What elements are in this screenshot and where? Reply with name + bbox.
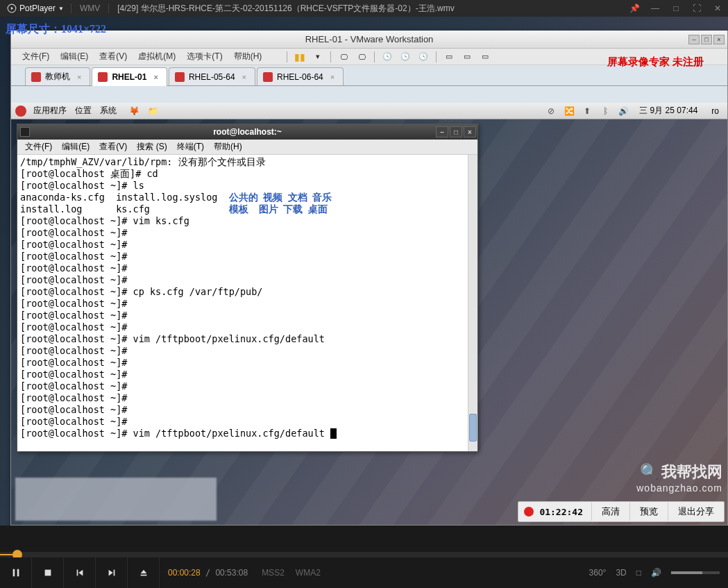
vm-snap-revert-icon[interactable]: 🕓 (398, 51, 412, 63)
terminal-body[interactable]: /tmp/tmphW_AZV/var/lib/rpm: 没有那个文件或目录 [r… (17, 155, 477, 451)
menu-vm[interactable]: 虚拟机(M) (133, 51, 181, 62)
term-menu-view[interactable]: 查看(V) (94, 141, 132, 153)
gnome-places[interactable]: 位置 (71, 105, 96, 117)
term-maximize-icon[interactable]: □ (450, 126, 462, 137)
redhat-icon (31, 72, 41, 82)
record-preview-button[interactable]: 预览 (629, 503, 668, 521)
menu-edit[interactable]: 编辑(E) (55, 51, 94, 62)
vm-view2-icon[interactable]: ▭ (460, 51, 474, 63)
volume-slider[interactable] (671, 571, 720, 574)
term-close-icon[interactable]: × (464, 126, 476, 137)
tab-close-icon[interactable]: × (77, 73, 81, 81)
terminal-icon (20, 127, 30, 137)
vm-tab-rhel05[interactable]: RHEL-05-64× (169, 67, 255, 85)
aspect-button[interactable]: □ (636, 568, 641, 578)
menu-help[interactable]: 帮助(H) (228, 51, 268, 62)
gnome-apps[interactable]: 应用程序 (29, 105, 71, 117)
codec-video: MSS2 (256, 568, 290, 578)
firefox-icon[interactable]: 🦊 (125, 106, 144, 116)
close-icon[interactable]: ✕ (707, 0, 728, 17)
terminal-scrollbar[interactable] (468, 155, 477, 451)
video-title: [4/29] 华尔思-HRS-RHCE-第二天-02-20151126（RHCE… (109, 3, 624, 15)
svg-rect-5 (113, 570, 115, 576)
vm-snap-take-icon[interactable]: 🕓 (380, 51, 394, 63)
vm-maximize-icon[interactable]: □ (701, 35, 712, 44)
term-menu-help[interactable]: 帮助(H) (209, 141, 247, 153)
app-icon[interactable]: 📁 (144, 106, 162, 116)
video-area: 屏幕尺寸：1041×722 RHEL-01 - VMware Workstati… (0, 17, 728, 526)
updates-icon[interactable]: ⬆ (581, 106, 593, 117)
clock[interactable]: 三 9月 25 07:44 (635, 105, 702, 117)
terminal-window: root@localhost:~ – □ × 文件(F) 编辑(E) 查看(V)… (17, 124, 478, 452)
3d-button[interactable]: 3D (616, 568, 626, 578)
vm-pause-icon[interactable]: ▮▮ (293, 51, 307, 63)
potplayer-logo[interactable]: PotPlayer ▼ (0, 3, 71, 13)
svg-rect-1 (12, 569, 15, 577)
prev-button[interactable] (64, 557, 96, 588)
menu-file[interactable]: 文件(F) (17, 51, 55, 62)
svg-rect-4 (76, 570, 78, 576)
tray-icon[interactable]: ⊘ (545, 106, 557, 117)
next-button[interactable] (96, 557, 128, 588)
seek-bar[interactable] (0, 552, 728, 557)
tab-close-icon[interactable]: × (242, 73, 246, 81)
tab-close-icon[interactable]: × (153, 73, 158, 81)
volume-icon[interactable]: 🔊 (617, 106, 629, 117)
redhat-menu-icon[interactable] (15, 106, 26, 117)
vm-tab-rhel06[interactable]: RHEL-06-64× (257, 67, 344, 85)
svg-rect-3 (44, 570, 51, 576)
gnome-system[interactable]: 系统 (96, 105, 121, 117)
vm-tab-rhel01[interactable]: RHEL-01× (92, 67, 167, 86)
maximize-icon[interactable]: □ (666, 0, 686, 17)
menu-tabs[interactable]: 选项卡(T) (181, 51, 228, 62)
stop-button[interactable] (32, 557, 64, 588)
gnome-panel: 应用程序 位置 系统 🦊 📁 ⊘ 🔀 ⬆ ᛒ 🔊 三 9月 25 07:44 r… (11, 103, 727, 119)
potplayer-controls: 00:00:28 / 00:53:08 MSS2 WMA2 360° 3D □ … (0, 557, 728, 588)
redhat-icon (98, 72, 108, 82)
minimize-icon[interactable]: — (645, 0, 666, 17)
vm-power-icon[interactable]: ▾ (311, 51, 325, 63)
term-menu-edit[interactable]: 编辑(E) (57, 141, 94, 153)
record-hd-button[interactable]: 高清 (591, 503, 629, 521)
magnify-icon: 🔍 (640, 463, 659, 481)
vmware-titlebar[interactable]: RHEL-01 - VMware Workstation – □ × (11, 31, 727, 49)
scrollbar-thumb[interactable] (469, 414, 477, 442)
vmware-window: RHEL-01 - VMware Workstation – □ × 屏幕录像专… (10, 31, 728, 526)
term-menu-search[interactable]: 搜索 (S) (132, 141, 171, 153)
vm-close-icon[interactable]: × (713, 35, 725, 44)
user-label[interactable]: ro (707, 106, 723, 116)
bluetooth-icon[interactable]: ᛒ (599, 106, 611, 117)
record-dot-icon (524, 507, 534, 516)
vm-view3-icon[interactable]: ▭ (478, 51, 492, 63)
recording-bar: 01:22:42 高清 预览 退出分享 (518, 501, 725, 522)
vm-view1-icon[interactable]: ▭ (442, 51, 456, 63)
vm-minimize-icon[interactable]: – (688, 35, 700, 44)
record-time: 01:22:42 (539, 507, 591, 517)
vm-snapshot2-icon[interactable]: 🖵 (355, 51, 369, 63)
tab-close-icon[interactable]: × (330, 73, 335, 81)
fullscreen-icon[interactable]: ⛶ (686, 0, 707, 17)
pause-button[interactable] (0, 557, 32, 588)
term-minimize-icon[interactable]: – (436, 126, 448, 137)
vm-snap-manage-icon[interactable]: 🕓 (416, 51, 430, 63)
terminal-menubar: 文件(F) 编辑(E) 查看(V) 搜索 (S) 终端(T) 帮助(H) (17, 140, 477, 155)
eject-button[interactable] (128, 557, 160, 588)
pin-icon[interactable]: 📌 (624, 0, 645, 17)
menu-view[interactable]: 查看(V) (94, 51, 133, 62)
terminal-titlebar[interactable]: root@localhost:~ – □ × (17, 124, 477, 140)
vm-tab-teacher[interactable]: 教师机× (25, 67, 90, 85)
network-icon[interactable]: 🔀 (563, 106, 575, 117)
vm-snapshot-icon[interactable]: 🖵 (337, 51, 350, 63)
record-exit-button[interactable]: 退出分享 (668, 503, 724, 521)
site-watermark: 🔍我帮找网 wobangzhao.com (636, 462, 722, 494)
potplayer-titlebar: PotPlayer ▼ WMV [4/29] 华尔思-HRS-RHCE-第二天-… (0, 0, 728, 17)
svg-rect-2 (17, 569, 19, 577)
volume-icon[interactable]: 🔊 (651, 568, 661, 578)
recorder-watermark: 屏幕录像专家 未注册 (607, 56, 704, 69)
term-menu-terminal[interactable]: 终端(T) (172, 141, 209, 153)
time-display: 00:00:28 / 00:53:08 (160, 568, 256, 578)
term-menu-file[interactable]: 文件(F) (20, 141, 57, 153)
vr-button[interactable]: 360° (589, 568, 607, 578)
svg-rect-6 (140, 575, 146, 576)
codec-audio: WMA2 (290, 568, 326, 578)
